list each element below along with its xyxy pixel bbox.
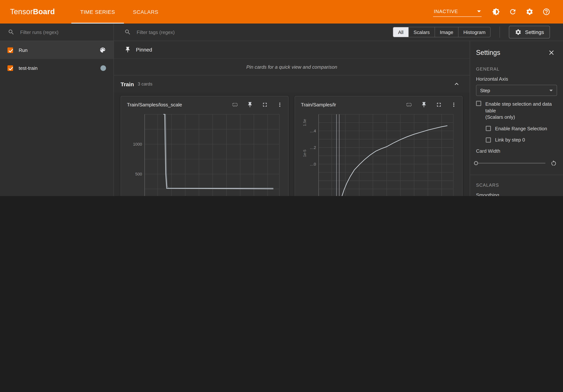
reset-icon <box>550 160 557 166</box>
run-color-picker-button[interactable] <box>99 47 106 53</box>
search-icon <box>8 29 14 36</box>
pinned-section-header[interactable]: Pinned <box>114 41 470 59</box>
tags-toolbar: All Scalars Image Histogram Settings <box>114 24 563 41</box>
pin-card-button[interactable] <box>244 99 255 110</box>
run-checkbox[interactable] <box>7 47 13 53</box>
run-label: Run <box>19 47 94 53</box>
close-icon <box>548 49 555 56</box>
link-by-step-checkbox-row[interactable]: Link by step 0 <box>486 137 557 143</box>
fullscreen-button[interactable] <box>259 99 270 110</box>
run-checkbox[interactable] <box>7 65 13 71</box>
filter-histogram-button[interactable]: Histogram <box>458 27 490 37</box>
section-title: Train <box>121 81 134 87</box>
filter-scalars-button[interactable]: Scalars <box>408 27 435 37</box>
refresh-icon <box>509 8 516 16</box>
chevron-down-icon <box>477 11 481 12</box>
settings-title: Settings <box>476 49 500 57</box>
reload-status-dropdown[interactable]: INACTIVE <box>433 7 482 17</box>
filter-image-button[interactable]: Image <box>435 27 458 37</box>
more-vert-icon <box>450 101 457 108</box>
fit-domain-button[interactable] <box>403 99 414 110</box>
collapse-section-button[interactable] <box>453 80 460 88</box>
svg-text:1e-5: 1e-5 <box>303 150 307 157</box>
svg-text:1000: 1000 <box>133 142 142 147</box>
svg-text:500: 500 <box>135 172 142 177</box>
runs-filter-input[interactable] <box>19 29 107 35</box>
fullscreen-button[interactable] <box>433 99 444 110</box>
theme-toggle-button[interactable] <box>489 5 503 19</box>
svg-text:…4: …4 <box>310 129 316 133</box>
settings-button-label: Settings <box>525 29 544 35</box>
pinned-empty-hint: Pin cards for a quick view and compariso… <box>114 59 470 76</box>
fit-domain-icon <box>406 101 412 108</box>
pinned-title: Pinned <box>136 47 152 53</box>
fit-domain-button[interactable] <box>229 99 241 110</box>
smoothing-label: Smoothing <box>476 192 557 196</box>
pin-card-button[interactable] <box>418 99 429 110</box>
horizontal-axis-label: Horizontal Axis <box>476 76 557 82</box>
card-width-label: Card Width <box>476 148 557 154</box>
settings-panel: Settings GENERAL Horizontal Axis Step En… <box>470 41 563 196</box>
step-selection-checkbox-row[interactable]: Enable step selection and data table (Sc… <box>476 101 557 120</box>
chart-title: Train/Samples/lr <box>301 102 399 107</box>
horizontal-axis-select[interactable]: Step <box>476 85 557 96</box>
line-chart[interactable]: …0…2…41.5e1e-50204060801001201401600180 <box>295 111 461 196</box>
more-options-button[interactable] <box>274 99 285 110</box>
runs-sidebar: Run test-train <box>0 24 114 196</box>
chart-card: Train/Samples/loss_scale 500100002040608… <box>121 96 289 196</box>
search-icon <box>124 29 131 36</box>
pin-icon <box>247 101 253 108</box>
settings-button[interactable]: Settings <box>509 26 550 38</box>
runs-filter <box>0 24 114 41</box>
run-color-swatch[interactable] <box>101 65 106 71</box>
checkbox[interactable] <box>486 137 491 143</box>
svg-text:1.5e: 1.5e <box>303 119 307 126</box>
help-button[interactable] <box>539 5 553 19</box>
checkbox[interactable] <box>476 101 481 106</box>
run-label: test-train <box>19 65 95 71</box>
cards-column: Pinned Pin cards for a quick view and co… <box>114 41 470 196</box>
range-selection-checkbox-row[interactable]: Enable Range Selection <box>486 125 557 132</box>
primary-tabs: TIME SERIES SCALARS <box>71 0 167 24</box>
toolbar-divider <box>500 26 500 38</box>
general-heading: GENERAL <box>476 66 557 72</box>
tab-scalars[interactable]: SCALARS <box>124 0 167 24</box>
pin-icon <box>421 101 427 108</box>
chevron-down-icon <box>549 89 553 91</box>
svg-text:…2: …2 <box>310 145 316 150</box>
help-icon <box>542 8 550 16</box>
svg-text:…0: …0 <box>310 162 316 166</box>
app-settings-button[interactable] <box>522 5 537 19</box>
reset-card-width-button[interactable] <box>550 160 557 166</box>
more-options-button[interactable] <box>448 99 459 110</box>
tag-type-filter-group: All Scalars Image Histogram <box>393 27 491 37</box>
gear-icon <box>515 29 522 36</box>
train-section-header[interactable]: Train 3 cards <box>114 76 470 93</box>
close-settings-button[interactable] <box>546 47 557 58</box>
fullscreen-icon <box>435 101 442 108</box>
checkbox[interactable] <box>486 126 491 131</box>
run-row[interactable]: Run <box>0 41 114 59</box>
brightness-icon <box>492 8 500 16</box>
run-row[interactable]: test-train <box>0 59 114 77</box>
scalars-heading: SCALARS <box>476 182 557 188</box>
slider-thumb[interactable] <box>474 161 478 165</box>
card-width-slider[interactable] <box>476 163 545 163</box>
filter-all-button[interactable]: All <box>393 27 408 37</box>
line-chart[interactable]: 50010000204060801001201401600180 <box>121 111 287 196</box>
refresh-button[interactable] <box>506 5 520 19</box>
panel-divider <box>470 175 563 175</box>
tab-time-series[interactable]: TIME SERIES <box>71 0 124 24</box>
pin-icon <box>124 46 131 53</box>
chart-card: Train/Samples/lr …0…2…41.5e1e-5020406080… <box>294 96 462 196</box>
horizontal-axis-value: Step <box>480 88 490 93</box>
app-logo[interactable]: TensorBoard <box>10 7 55 16</box>
cards-grid: Train/Samples/loss_scale 500100002040608… <box>114 93 470 196</box>
reload-status-value: INACTIVE <box>434 9 458 14</box>
tag-filter-input[interactable] <box>136 29 248 35</box>
chevron-up-icon <box>453 80 460 88</box>
fit-domain-icon <box>232 101 238 108</box>
topbar: TensorBoard TIME SERIES SCALARS INACTIVE <box>0 0 563 24</box>
more-vert-icon <box>276 101 283 108</box>
palette-icon <box>99 47 106 53</box>
